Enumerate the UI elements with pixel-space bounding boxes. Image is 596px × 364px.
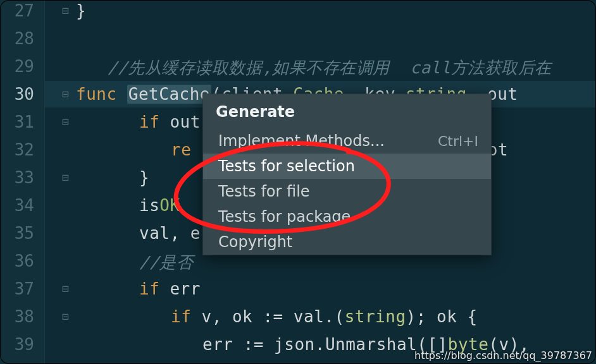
code-line[interactable]: } <box>139 168 149 187</box>
line-number: 32 <box>0 140 34 159</box>
popup-item-label: Tests for package <box>218 208 351 226</box>
popup-title: Generate <box>203 94 491 128</box>
line-number: 37 <box>0 279 34 298</box>
line-number: 35 <box>0 224 34 243</box>
line-number: 39 <box>0 335 34 354</box>
popup-item-label: Tests for file <box>218 183 310 200</box>
line-number: 27 <box>0 1 34 20</box>
watermark: https://blog.csdn.net/qq_39787367 <box>414 349 592 361</box>
code-line[interactable]: //是否 <box>139 252 193 274</box>
fold-toggle-icon[interactable]: ⊟ <box>62 87 69 100</box>
code-line[interactable]: if out <box>139 112 201 131</box>
popup-item-tests-for-selection[interactable]: Tests for selection <box>203 154 491 179</box>
fold-toggle-icon[interactable]: ⊟ <box>62 282 69 295</box>
line-number: 38 <box>0 307 34 326</box>
generate-popup: Generate Implement Methods...Ctrl+ITests… <box>202 94 492 255</box>
line-number: 31 <box>0 112 34 131</box>
code-line[interactable]: if v, ok := val.(string); ok { <box>171 307 478 326</box>
popup-item-label: Tests for selection <box>218 157 355 175</box>
popup-item-shortcut: Ctrl+I <box>438 133 478 149</box>
popup-item-label: Implement Methods... <box>218 132 385 150</box>
line-number: 30 <box>0 85 34 104</box>
popup-item-copyright[interactable]: Copyright <box>203 229 491 255</box>
popup-item-implement-methods[interactable]: Implement Methods...Ctrl+I <box>203 128 491 154</box>
code-line[interactable]: isOK : <box>139 196 211 215</box>
code-line[interactable]: val, e <box>139 224 201 243</box>
fold-toggle-icon[interactable]: ⊟ <box>62 4 69 17</box>
code-line[interactable]: if err <box>139 279 201 298</box>
line-number: 34 <box>0 196 34 215</box>
fold-toggle-icon[interactable]: ⊟ <box>62 310 69 323</box>
code-line[interactable]: } <box>76 1 86 20</box>
fold-toggle-icon[interactable]: ⊟ <box>62 115 69 128</box>
line-number: 36 <box>0 252 34 270</box>
line-number: 28 <box>0 29 34 48</box>
popup-item-label: Copyright <box>218 233 292 251</box>
popup-item-tests-for-package[interactable]: Tests for package <box>203 204 491 229</box>
code-editor[interactable]: 27282930313233343536373839 }//先从缓存读取数据,如… <box>0 0 596 364</box>
popup-item-tests-for-file[interactable]: Tests for file <box>203 179 491 204</box>
line-number: 29 <box>0 57 34 76</box>
fold-toggle-icon[interactable]: ⊟ <box>62 171 69 184</box>
line-number: 33 <box>0 168 34 187</box>
gutter: 27282930313233343536373839 <box>0 0 45 364</box>
code-line[interactable]: //先从缓存读取数据,如果不存在调用 call方法获取后在 <box>108 57 552 79</box>
